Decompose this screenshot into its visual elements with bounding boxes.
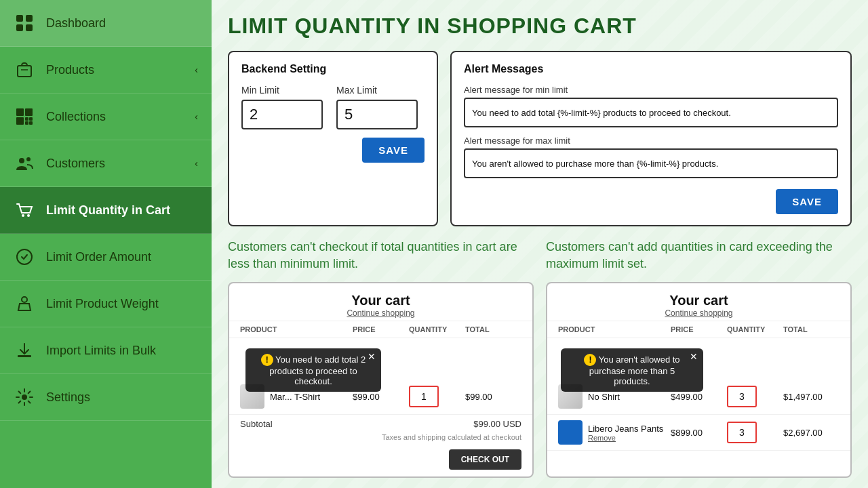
svg-rect-12	[29, 121, 33, 125]
min-cart-title: Your cart	[229, 293, 532, 308]
cart-icon	[14, 199, 35, 221]
max-tooltip-close-icon[interactable]: ✕	[690, 351, 698, 362]
min-col-price: PRICE	[353, 325, 409, 333]
limits-form-row: Min Limit Max Limit	[241, 85, 425, 129]
svg-point-15	[22, 214, 24, 217]
max-product2-price: $899.00	[671, 428, 727, 438]
svg-point-14	[26, 157, 31, 161]
alert-messages-card: Alert Messages Alert message for min lim…	[450, 51, 852, 226]
desc-min-text: Customers can't checkout if total quanti…	[228, 239, 534, 272]
min-cart-table-header: PRODUCT PRICE QUANTITY TOTAL	[229, 321, 532, 338]
sidebar-item-customers[interactable]: Customers ‹	[0, 140, 212, 187]
max-cart-header: Your cart Continue shopping	[547, 283, 850, 321]
desc-max-text: Customers can't add quantities in card e…	[546, 239, 852, 272]
max-product2-qty-cell: 3	[727, 422, 783, 443]
max-product1-qty-cell: 3	[727, 386, 783, 407]
checkout-button[interactable]: CHECK OUT	[449, 449, 521, 470]
preview-row: Your cart Continue shopping PRODUCT PRIC…	[228, 282, 852, 478]
sidebar-item-import-limits-bulk-label: Import Limits in Bulk	[46, 344, 156, 358]
max-product2-cell: Libero Jeans Pants Remove	[558, 420, 671, 445]
min-col-total: TOTAL	[465, 325, 521, 333]
chevron-right-icon: ‹	[195, 111, 198, 122]
max-cart-product2-row: Libero Jeans Pants Remove $899.00 3 $2,6…	[547, 415, 850, 451]
sidebar-item-products-label: Products	[46, 63, 94, 77]
min-col-qty: QUANTITY	[409, 325, 465, 333]
import-icon	[14, 340, 35, 361]
max-cart-title: Your cart	[547, 293, 850, 308]
svg-rect-3	[26, 24, 33, 31]
product2-thumbnail	[558, 420, 583, 445]
sidebar: Dashboard Products ‹ Collections	[0, 0, 212, 488]
max-alert-input[interactable]	[464, 148, 838, 178]
svg-rect-11	[25, 121, 28, 125]
description-row: Customers can't checkout if total quanti…	[228, 239, 852, 272]
chevron-right-icon: ‹	[195, 158, 198, 169]
sidebar-item-import-limits-bulk[interactable]: Import Limits in Bulk	[0, 327, 212, 374]
max-cart-tooltip: ✕ ! You aren't allowed to purchase more …	[561, 348, 703, 392]
max-tooltip-text: You aren't allowed to purchase more than…	[589, 354, 680, 386]
alert-save-button[interactable]: SAVE	[776, 189, 838, 214]
alert-save-row: SAVE	[464, 189, 838, 214]
min-product-price: $99.00	[353, 392, 409, 402]
main-content: LIMIT QUANTITY IN SHOPPING CART Backend …	[212, 0, 868, 488]
sidebar-item-settings[interactable]: Settings	[0, 374, 212, 421]
sidebar-item-limit-order-amount[interactable]: Limit Order Amount	[0, 234, 212, 281]
sidebar-item-customers-label: Customers	[46, 157, 105, 171]
products-icon	[14, 59, 35, 81]
tooltip-close-icon[interactable]: ✕	[368, 351, 376, 362]
max-limit-input[interactable]	[336, 100, 418, 129]
max-col-total: TOTAL	[783, 325, 840, 333]
dashboard-icon	[14, 12, 35, 34]
page-title: LIMIT QUANTITY IN SHOPPING CART	[228, 14, 852, 39]
svg-rect-9	[25, 117, 28, 121]
order-icon	[14, 246, 35, 268]
remove-link[interactable]: Remove	[588, 434, 663, 442]
max-col-qty: QUANTITY	[727, 325, 783, 333]
svg-point-17	[17, 249, 32, 264]
max-col-price: PRICE	[671, 325, 727, 333]
min-product-total: $99.00	[465, 392, 521, 402]
min-limit-input[interactable]	[241, 100, 323, 129]
sidebar-item-limit-quantity-cart[interactable]: Limit Quantity in Cart	[0, 187, 212, 234]
sidebar-item-limit-quantity-cart-label: Limit Quantity in Cart	[46, 203, 170, 218]
svg-point-18	[22, 297, 27, 302]
preview-min-card: Your cart Continue shopping PRODUCT PRIC…	[228, 282, 534, 478]
svg-rect-10	[29, 117, 33, 121]
sidebar-item-settings-label: Settings	[46, 390, 90, 405]
preview-max-card: Your cart Continue shopping PRODUCT PRIC…	[546, 282, 852, 478]
sidebar-item-limit-order-amount-label: Limit Order Amount	[46, 250, 151, 264]
svg-point-20	[22, 394, 27, 400]
min-tooltip-text: You need to add total 2 products to proc…	[269, 354, 366, 386]
sidebar-item-limit-product-weight-label: Limit Product Weight	[46, 297, 159, 311]
max-product2-name: Libero Jeans Pants	[588, 424, 663, 434]
svg-rect-2	[16, 24, 23, 31]
min-cart-tooltip: ✕ ! You need to add total 2 products to …	[245, 348, 381, 392]
svg-rect-1	[26, 15, 33, 22]
min-product-qty-cell: 1	[409, 386, 465, 407]
svg-rect-19	[18, 355, 31, 357]
sidebar-item-limit-product-weight[interactable]: Limit Product Weight	[0, 281, 212, 327]
collections-icon	[14, 106, 35, 127]
max-col-product: PRODUCT	[558, 325, 671, 333]
max-product1-name: No Shirt	[588, 392, 620, 402]
max-qty-box1: 3	[727, 386, 757, 407]
cards-row: Backend Setting Min Limit Max Limit SAVE…	[228, 51, 852, 226]
sidebar-item-dashboard[interactable]: Dashboard	[0, 0, 212, 47]
backend-save-button[interactable]: SAVE	[362, 138, 425, 163]
backend-setting-card: Backend Setting Min Limit Max Limit SAVE	[228, 51, 438, 226]
min-limit-group: Min Limit	[241, 85, 323, 129]
svg-rect-8	[16, 117, 24, 125]
min-alert-input[interactable]	[464, 98, 838, 127]
sidebar-item-products[interactable]: Products ‹	[0, 47, 212, 94]
svg-rect-4	[18, 66, 31, 77]
max-product2-info: Libero Jeans Pants Remove	[588, 424, 663, 442]
max-alert-label: Alert message for max limit	[464, 136, 838, 146]
sidebar-item-collections[interactable]: Collections ‹	[0, 94, 212, 140]
max-cart-continue: Continue shopping	[547, 308, 850, 318]
min-cart-header: Your cart Continue shopping	[229, 283, 532, 321]
min-product-name: Mar... T-Shirt	[270, 392, 320, 402]
chevron-right-icon: ‹	[195, 64, 198, 75]
max-product1-price: $499.00	[671, 392, 727, 402]
min-limit-label: Min Limit	[241, 85, 323, 96]
svg-point-13	[19, 158, 24, 163]
